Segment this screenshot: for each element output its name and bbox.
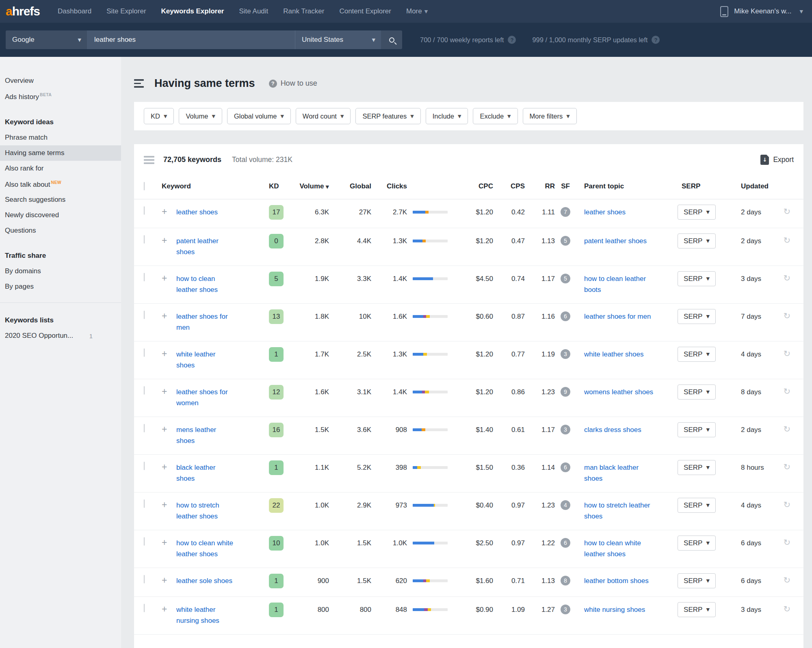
country-select[interactable]: United States ▼ (295, 30, 381, 49)
keyword-link[interactable]: mens leather shoes (176, 424, 234, 446)
refresh-button[interactable]: ↻ (777, 500, 790, 510)
parent-topic-link[interactable]: clarks dress shoes (584, 424, 641, 435)
add-to-list-button[interactable]: + (162, 499, 167, 510)
serp-button[interactable]: SERP▼ (678, 233, 716, 248)
row-checkbox[interactable] (144, 604, 145, 612)
parent-topic-link[interactable]: leather shoes (584, 207, 626, 218)
serp-updates-help-icon[interactable]: ? (652, 36, 660, 44)
search-input[interactable]: leather shoes (87, 30, 295, 49)
how-to-use[interactable]: ? How to use (269, 79, 317, 88)
sidebar-item-by-pages[interactable]: By pages (0, 279, 121, 294)
filter-global-volume[interactable]: Global volume▼ (227, 108, 291, 124)
col-rr[interactable]: RR (525, 181, 555, 191)
col-clicks[interactable]: Clicks (371, 181, 407, 191)
parent-topic-link[interactable]: leather bottom shoes (584, 575, 649, 586)
filter-include[interactable]: Include▼ (426, 108, 468, 124)
add-to-list-button[interactable]: + (162, 206, 167, 217)
parent-topic-link[interactable]: how to clean leather boots (584, 273, 656, 295)
col-kd[interactable]: KD (269, 181, 295, 191)
refresh-button[interactable]: ↻ (777, 235, 790, 245)
add-to-list-button[interactable]: + (162, 235, 167, 246)
filter-kd[interactable]: KD▼ (144, 108, 174, 124)
account-name[interactable]: Mike Keenan's w... (734, 7, 791, 15)
row-checkbox[interactable] (144, 273, 145, 281)
serp-button[interactable]: SERP▼ (678, 536, 716, 551)
parent-topic-link[interactable]: womens leather shoes (584, 387, 653, 397)
sidebar-item-phrase-match[interactable]: Phrase match (0, 130, 121, 145)
parent-topic-link[interactable]: how to stretch leather shoes (584, 500, 656, 522)
filter-volume[interactable]: Volume▼ (179, 108, 222, 124)
sidebar-item-search-suggestions[interactable]: Search suggestions (0, 192, 121, 207)
refresh-button[interactable]: ↻ (777, 424, 790, 434)
refresh-button[interactable]: ↻ (777, 273, 790, 283)
keyword-link[interactable]: leather sole shoes (176, 575, 232, 586)
refresh-button[interactable]: ↻ (777, 207, 790, 216)
refresh-button[interactable]: ↻ (777, 387, 790, 396)
nav-item-more[interactable]: More▼ (406, 7, 428, 15)
nav-item-dashboard[interactable]: Dashboard (58, 7, 91, 15)
row-checkbox[interactable] (144, 424, 145, 432)
refresh-button[interactable]: ↻ (777, 538, 790, 547)
add-to-list-button[interactable]: + (162, 575, 167, 585)
col-parent-topic[interactable]: Parent topic (576, 181, 678, 191)
add-to-list-button[interactable]: + (162, 424, 167, 434)
list-view-icon[interactable] (144, 156, 154, 164)
filter-serp-features[interactable]: SERP features▼ (355, 108, 420, 124)
add-to-list-button[interactable]: + (162, 386, 167, 397)
row-checkbox[interactable] (144, 348, 145, 357)
serp-button[interactable]: SERP▼ (678, 271, 716, 286)
sidebar-item-also-rank-for[interactable]: Also rank for (0, 161, 121, 176)
nav-item-rank-tracker[interactable]: Rank Tracker (283, 7, 324, 15)
keyword-link[interactable]: white leather shoes (176, 349, 234, 371)
add-to-list-button[interactable]: + (162, 537, 167, 548)
keyword-link[interactable]: black leather shoes (176, 462, 234, 484)
device-icon[interactable] (720, 6, 728, 17)
col-cpc[interactable]: CPC (456, 181, 493, 191)
serp-button[interactable]: SERP▼ (678, 573, 716, 588)
serp-button[interactable]: SERP▼ (678, 602, 716, 617)
col-global[interactable]: Global (329, 181, 371, 191)
nav-item-site-explorer[interactable]: Site Explorer (106, 7, 146, 15)
serp-button[interactable]: SERP▼ (678, 347, 716, 362)
refresh-button[interactable]: ↻ (777, 575, 790, 585)
nav-item-keywords-explorer[interactable]: Keywords Explorer (161, 7, 224, 15)
filter-more-filters[interactable]: More filters▼ (523, 108, 577, 124)
keyword-link[interactable]: leather shoes for men (176, 311, 234, 333)
filter-exclude[interactable]: Exclude▼ (473, 108, 518, 124)
nav-item-site-audit[interactable]: Site Audit (239, 7, 269, 15)
add-to-list-button[interactable]: + (162, 348, 167, 359)
search-engine-select[interactable]: Google ▼ (6, 30, 87, 49)
ahrefs-logo[interactable]: ahrefs (6, 4, 40, 18)
row-checkbox[interactable] (144, 499, 145, 508)
serp-button[interactable]: SERP▼ (678, 384, 716, 400)
sidebar-item-by-domains[interactable]: By domains (0, 264, 121, 279)
refresh-button[interactable]: ↻ (777, 349, 790, 359)
serp-button[interactable]: SERP▼ (678, 498, 716, 513)
sidebar-item-overview[interactable]: Overview (0, 73, 121, 89)
keyword-link[interactable]: white leather nursing shoes (176, 604, 234, 626)
keyword-link[interactable]: leather shoes (176, 207, 218, 218)
serp-button[interactable]: SERP▼ (678, 422, 716, 437)
parent-topic-link[interactable]: leather shoes for men (584, 311, 651, 322)
filter-word-count[interactable]: Word count▼ (296, 108, 351, 124)
sidebar-item-ads-history[interactable]: Ads historyBETA (0, 89, 121, 105)
sidebar-item-newly-discovered[interactable]: Newly discovered (0, 207, 121, 223)
row-checkbox[interactable] (144, 575, 145, 583)
parent-topic-link[interactable]: man black leather shoes (584, 462, 656, 484)
serp-button[interactable]: SERP▼ (678, 309, 716, 324)
add-to-list-button[interactable]: + (162, 604, 167, 614)
serp-button[interactable]: SERP▼ (678, 460, 716, 475)
row-checkbox[interactable] (144, 462, 145, 470)
keyword-link[interactable]: how to stretch leather shoes (176, 500, 234, 522)
add-to-list-button[interactable]: + (162, 462, 167, 472)
col-cps[interactable]: CPS (493, 181, 525, 191)
parent-topic-link[interactable]: patent leather shoes (584, 235, 647, 246)
serp-button[interactable]: SERP▼ (678, 205, 716, 220)
keyword-link[interactable]: how to clean white leather shoes (176, 538, 234, 559)
keyword-link[interactable]: patent leather shoes (176, 235, 234, 257)
keyword-link[interactable]: how to clean leather shoes (176, 273, 234, 295)
report-menu-icon[interactable] (134, 79, 144, 88)
select-all-checkbox[interactable] (144, 182, 145, 190)
col-updated[interactable]: Updated (735, 181, 777, 191)
col-keyword[interactable]: Keyword (162, 181, 269, 191)
